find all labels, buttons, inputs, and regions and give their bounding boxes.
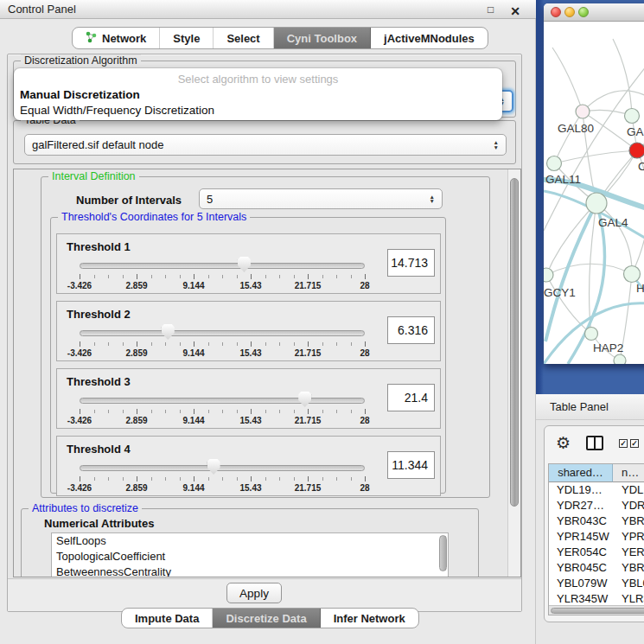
number-of-intervals-combo[interactable]: 5 ▲ ▼ bbox=[199, 188, 443, 209]
network-edge[interactable] bbox=[583, 91, 644, 112]
table-row[interactable]: YBR045CYBR0 bbox=[549, 560, 644, 576]
slider-tick bbox=[322, 410, 323, 413]
tab-impute-data[interactable]: Impute Data bbox=[122, 609, 213, 628]
slider-track[interactable] bbox=[80, 465, 365, 471]
slider-tick-label: 9.144 bbox=[182, 348, 204, 358]
slider-tick-label: 9.144 bbox=[182, 416, 204, 425]
slider-tick bbox=[123, 275, 124, 278]
horizontal-scrollbar[interactable] bbox=[549, 605, 644, 615]
number-of-intervals-label: Number of Intervals bbox=[76, 194, 182, 207]
slider-tick bbox=[351, 275, 352, 278]
tab-jactivemnodules[interactable]: jActiveMNodules bbox=[371, 28, 488, 48]
numerical-attributes-list[interactable]: SelfLoopsTopologicalCoefficientBetweenne… bbox=[51, 532, 449, 577]
table-data-combo[interactable]: galFiltered.sif default node ▲ ▼ bbox=[24, 134, 507, 156]
minimize-traffic-light-icon[interactable] bbox=[564, 7, 575, 17]
network-node-ga[interactable] bbox=[625, 109, 640, 124]
network-node[interactable] bbox=[614, 354, 626, 364]
slider-track[interactable] bbox=[80, 263, 365, 269]
network-node-gcy1[interactable] bbox=[544, 268, 553, 282]
dropdown-item-manual-discretization[interactable]: Manual Discretization bbox=[20, 88, 140, 101]
tab-infer-network[interactable]: Infer Network bbox=[321, 609, 418, 628]
threshold-value[interactable]: 21.4 bbox=[387, 384, 435, 411]
threshold-value[interactable]: 6.316 bbox=[387, 316, 435, 344]
tab-select[interactable]: Select bbox=[214, 28, 273, 48]
slider-tick bbox=[351, 342, 352, 346]
slider-track[interactable] bbox=[80, 398, 365, 404]
slider-thumb[interactable] bbox=[238, 257, 251, 272]
network-canvas[interactable]: GAL80GACGAL11GAL4GCY1HHAP2 bbox=[544, 22, 644, 364]
network-edge[interactable] bbox=[552, 48, 583, 112]
threshold-value[interactable]: 11.344 bbox=[387, 451, 435, 479]
tab-discretize-data[interactable]: Discretize Data bbox=[213, 609, 320, 628]
vertical-scrollbar[interactable] bbox=[507, 169, 520, 577]
stepper-icon: ▲ ▼ bbox=[488, 140, 499, 150]
apply-button[interactable]: Apply bbox=[226, 583, 282, 603]
control-panel-titlebar: Control Panel □ ✕ bbox=[0, 0, 536, 19]
tab-cyni-toolbox[interactable]: Cyni Toolbox bbox=[274, 28, 371, 48]
cell-name: YER0 bbox=[613, 545, 644, 560]
slider-tick bbox=[336, 477, 337, 481]
slider-thumb[interactable] bbox=[162, 324, 175, 340]
zoom-traffic-light-icon[interactable] bbox=[578, 7, 589, 17]
table-data-group: Table Data galFiltered.sif default node … bbox=[13, 120, 516, 164]
vertical-scrollbar-thumb[interactable] bbox=[510, 178, 519, 507]
list-item[interactable]: SelfLoops bbox=[52, 533, 448, 549]
network-node-c[interactable] bbox=[629, 143, 644, 158]
table-row[interactable]: YPR145WYPR1 bbox=[549, 529, 644, 545]
slider-tick bbox=[108, 477, 109, 481]
slider-track[interactable] bbox=[80, 330, 365, 336]
slider-tick bbox=[322, 477, 323, 481]
cell-name: YBL0 bbox=[613, 576, 644, 591]
tab-style[interactable]: Style bbox=[160, 28, 214, 48]
network-node-hap2[interactable] bbox=[585, 328, 598, 341]
network-icon bbox=[86, 31, 97, 46]
slider-tick bbox=[180, 410, 181, 413]
list-scrollbar-thumb[interactable] bbox=[439, 535, 447, 571]
cell-shared-name: YBR043C bbox=[549, 513, 613, 529]
table-row[interactable]: YER054CYER0 bbox=[549, 545, 644, 560]
close-window-icon[interactable]: ✕ bbox=[510, 3, 520, 21]
table-row[interactable]: YBL079WYBL0 bbox=[549, 576, 644, 591]
network-edge[interactable] bbox=[613, 39, 632, 116]
list-item[interactable]: BetweennessCentrality bbox=[52, 564, 448, 577]
dropdown-item-equal-width-frequency[interactable]: Equal Width/Frequency Discretization bbox=[20, 104, 214, 117]
slider-tick bbox=[265, 410, 266, 413]
select-all-checkbox-icon[interactable]: ✓ bbox=[619, 439, 628, 448]
table-row[interactable]: YBR043CYBR0 bbox=[549, 513, 644, 529]
network-node-gal11[interactable] bbox=[547, 156, 562, 171]
node-table: shared… n… YDL19…YDL1YDR27…YDR2YBR043CYB… bbox=[548, 463, 644, 615]
slider-tick-label: 15.43 bbox=[239, 348, 261, 358]
table-panel-container: ⚙ ✓ ✓ shared… n… YDL19…YDL1YDR27…YDR2YBR… bbox=[544, 425, 644, 622]
slider-tick bbox=[237, 477, 238, 481]
gear-icon[interactable]: ⚙ bbox=[556, 433, 571, 453]
network-node-gal80[interactable] bbox=[576, 105, 590, 118]
slider-thumb[interactable] bbox=[298, 392, 311, 407]
network-edge[interactable] bbox=[554, 112, 583, 163]
threshold-panel-1: Threshold 1-3.4262.8599.14415.4321.71528… bbox=[56, 233, 441, 294]
network-edge[interactable] bbox=[554, 150, 637, 163]
float-window-icon[interactable]: □ bbox=[488, 4, 498, 15]
slider-tick bbox=[279, 410, 280, 413]
slider-tick-label: 2.859 bbox=[125, 416, 147, 425]
slider-tick bbox=[137, 341, 137, 347]
table-row[interactable]: YDL19…YDL1 bbox=[549, 482, 644, 498]
network-node-h[interactable] bbox=[624, 266, 641, 283]
horizontal-scrollbar-thumb[interactable] bbox=[551, 608, 644, 614]
network-edge[interactable] bbox=[546, 275, 591, 334]
columns-icon[interactable] bbox=[586, 436, 603, 450]
slider-thumb[interactable] bbox=[207, 459, 220, 475]
table-row[interactable]: YDR27…YDR2 bbox=[549, 498, 644, 513]
network-node-gal4[interactable] bbox=[586, 193, 607, 214]
tab-label: Discretize Data bbox=[226, 612, 306, 625]
network-graph: GAL80GACGAL11GAL4GCY1HHAP2 bbox=[544, 22, 644, 364]
threshold-value[interactable]: 14.713 bbox=[387, 249, 435, 277]
column-header-shared-name[interactable]: shared… bbox=[549, 464, 613, 482]
column-header-name[interactable]: n… bbox=[613, 464, 644, 482]
slider-tick bbox=[194, 274, 194, 279]
select-none-checkbox-icon[interactable]: ✓ bbox=[630, 439, 639, 448]
list-item[interactable]: TopologicalCoefficient bbox=[52, 549, 448, 564]
slider-tick bbox=[351, 477, 352, 481]
slider-tick bbox=[308, 341, 309, 347]
close-traffic-light-icon[interactable] bbox=[551, 7, 561, 17]
tab-network[interactable]: Network bbox=[73, 28, 160, 48]
